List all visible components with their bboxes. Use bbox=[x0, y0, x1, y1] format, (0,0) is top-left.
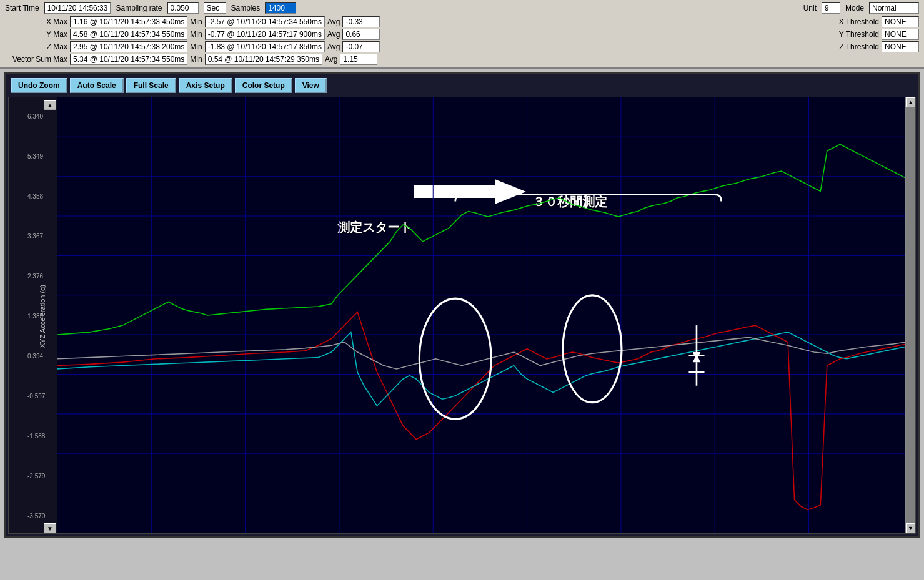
top-panel: Start Time 10/11/20 14:56:33 Sampling ra… bbox=[0, 0, 924, 69]
vector-max-label: Vector Sum Max bbox=[5, 55, 67, 64]
sampling-rate-value: 0.050 bbox=[167, 2, 199, 14]
y-max-label: Y Max bbox=[5, 30, 67, 39]
chart-area: ▲ XYZ Acceleration (g) 6.340 5.349 4.358… bbox=[8, 97, 916, 534]
y-max-value: 4.58 @ 10/11/20 14:57:34 550ms bbox=[70, 29, 187, 40]
x-max-label: X Max bbox=[5, 17, 67, 26]
y-max-row: Y Max 4.58 @ 10/11/20 14:57:34 550ms Min… bbox=[5, 29, 919, 40]
unit-label: Unit bbox=[803, 4, 817, 12]
plot-canvas: 測定スタート ３０秒間測定 bbox=[57, 97, 905, 533]
sampling-rate-label: Sampling rate bbox=[116, 4, 162, 12]
scroll-right-up[interactable]: ▲ bbox=[906, 97, 915, 107]
unit-value: 9 bbox=[822, 2, 840, 14]
start-time-label: Start Time bbox=[5, 4, 39, 12]
chart-container: Undo Zoom Auto Scale Full Scale Axis Set… bbox=[4, 72, 920, 538]
y-axis-label: XYZ Acceleration (g) bbox=[39, 285, 46, 348]
scroll-up-button[interactable]: ▲ bbox=[44, 100, 56, 110]
x-min-value: -2.57 @ 10/11/20 14:57:34 550ms bbox=[205, 16, 325, 27]
color-setup-button[interactable]: Color Setup bbox=[235, 78, 292, 93]
auto-scale-button[interactable]: Auto Scale bbox=[70, 78, 124, 93]
stats-panel: X Max 1.16 @ 10/11/20 14:57:33 450ms Min… bbox=[5, 16, 919, 65]
y-min-value: -0.77 @ 10/11/20 14:57:17 900ms bbox=[205, 29, 325, 40]
sec-label: Sec bbox=[204, 2, 226, 14]
x-axis: 14:56:3310/11/20 14:56:41 750ms10/11/20 … bbox=[57, 533, 905, 534]
axis-setup-button[interactable]: Axis Setup bbox=[179, 78, 232, 93]
start-time-value: 10/11/20 14:56:33 bbox=[44, 2, 111, 14]
x-avg-value: -0.33 bbox=[342, 16, 380, 27]
full-scale-button[interactable]: Full Scale bbox=[126, 78, 176, 93]
vector-avg-value: 1.15 bbox=[340, 54, 377, 65]
right-scrollbar[interactable]: ▲ ▼ bbox=[905, 97, 915, 533]
x-max-value: 1.16 @ 10/11/20 14:57:33 450ms bbox=[70, 16, 187, 27]
mode-label: Mode bbox=[845, 4, 864, 12]
z-min-value: -1.83 @ 10/11/20 14:57:17 850ms bbox=[205, 41, 325, 52]
y-ticks: 6.340 5.349 4.358 3.367 2.376 1.385 0.39… bbox=[9, 111, 57, 522]
vector-max-value: 5.34 @ 10/11/20 14:57:34 550ms bbox=[70, 54, 187, 65]
samples-label: Samples bbox=[231, 4, 261, 12]
z-max-value: 2.95 @ 10/11/20 14:57:38 200ms bbox=[70, 41, 187, 52]
z-max-row: Z Max 2.95 @ 10/11/20 14:57:38 200ms Min… bbox=[5, 41, 919, 52]
x-max-row: X Max 1.16 @ 10/11/20 14:57:33 450ms Min… bbox=[5, 16, 919, 27]
x-threshold-value: NONE bbox=[882, 16, 919, 27]
chart-toolbar: Undo Zoom Auto Scale Full Scale Axis Set… bbox=[8, 77, 916, 94]
vector-max-row: Vector Sum Max 5.34 @ 10/11/20 14:57:34 … bbox=[5, 54, 919, 65]
samples-value: 1400 bbox=[265, 2, 296, 14]
y-avg-value: 0.66 bbox=[342, 29, 380, 40]
mode-value: Normal bbox=[869, 2, 919, 14]
header-row: Start Time 10/11/20 14:56:33 Sampling ra… bbox=[5, 2, 919, 14]
z-threshold-value: NONE bbox=[882, 41, 919, 52]
y-threshold-value: NONE bbox=[882, 29, 919, 40]
vector-min-value: 0.54 @ 10/11/20 14:57:29 350ms bbox=[205, 54, 322, 65]
undo-zoom-button[interactable]: Undo Zoom bbox=[11, 78, 67, 93]
z-avg-value: -0.07 bbox=[342, 41, 380, 52]
view-button[interactable]: View bbox=[295, 78, 327, 93]
scroll-right-down[interactable]: ▼ bbox=[906, 523, 915, 533]
scroll-down-button[interactable]: ▼ bbox=[44, 523, 56, 533]
z-max-label: Z Max bbox=[5, 42, 67, 51]
